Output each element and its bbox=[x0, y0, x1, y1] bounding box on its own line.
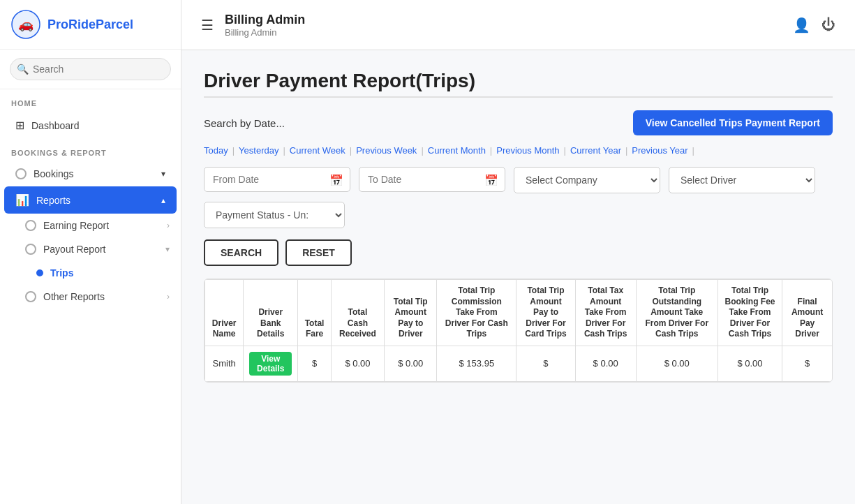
chevron-right-icon: › bbox=[167, 221, 170, 230]
col-booking-fee: Total Trip Booking Fee Take From Driver … bbox=[718, 280, 782, 346]
sidebar-item-other-reports[interactable]: Other Reports › bbox=[0, 285, 181, 309]
topbar-left: ☰ Billing Admin Billing Admin bbox=[201, 13, 305, 38]
sidebar-item-reports[interactable]: 📊 Reports ▴ bbox=[4, 186, 177, 214]
chevron-right-icon: › bbox=[167, 292, 170, 302]
to-date-wrap: 📅 bbox=[359, 167, 505, 193]
cell-tax: $ 0.00 bbox=[575, 346, 636, 381]
sidebar-item-dashboard[interactable]: ⊞ Dashboard bbox=[4, 112, 177, 139]
cell-total-tip: $ 0.00 bbox=[385, 346, 437, 381]
col-driver-name: Driver Name bbox=[205, 280, 244, 346]
search-by-date-label: Search by Date... bbox=[204, 117, 285, 129]
shortcut-current-week[interactable]: Current Week bbox=[290, 145, 345, 156]
search-input[interactable] bbox=[10, 58, 171, 80]
cell-total-fare: $ bbox=[298, 346, 332, 381]
logo-icon: 🚗 bbox=[11, 10, 40, 39]
col-bank-details: Driver Bank Details bbox=[244, 280, 298, 346]
cell-outstanding: $ 0.00 bbox=[636, 346, 718, 381]
topbar-title: Billing Admin bbox=[225, 13, 305, 27]
page-title: Driver Payment Report(Trips) bbox=[204, 70, 833, 92]
payment-status-select[interactable]: Payment Status - Un: Payment Status - Pa… bbox=[204, 202, 345, 228]
sidebar-item-earning-report[interactable]: Earning Report › bbox=[0, 214, 181, 237]
chevron-down-icon: ▾ bbox=[165, 244, 170, 254]
payment-row: Payment Status - Un: Payment Status - Pa… bbox=[204, 202, 833, 228]
sidebar-sub-label: Payout Report bbox=[43, 244, 106, 255]
table-header-row: Driver Name Driver Bank Details Total Fa… bbox=[205, 280, 833, 346]
section-home-label: HOME bbox=[0, 89, 181, 112]
cell-booking-fee: $ 0.00 bbox=[718, 346, 782, 381]
earning-report-icon bbox=[25, 220, 36, 231]
cell-driver-name: Smith bbox=[205, 346, 244, 381]
report-table-wrap: Driver Name Driver Bank Details Total Fa… bbox=[204, 279, 833, 383]
reports-icon: 📊 bbox=[15, 193, 29, 207]
company-select-wrap: Select Company bbox=[514, 167, 660, 193]
col-total-cash: Total Cash Received bbox=[331, 280, 384, 346]
col-commission: Total Trip Commission Take From Driver F… bbox=[437, 280, 516, 346]
shortcut-current-month[interactable]: Current Month bbox=[428, 145, 486, 156]
cell-bank-details[interactable]: View Details bbox=[244, 346, 298, 381]
cell-final: $ bbox=[782, 346, 833, 381]
chevron-up-icon: ▴ bbox=[161, 195, 165, 205]
main-area: ☰ Billing Admin Billing Admin 👤 ⏻ Driver… bbox=[181, 0, 855, 504]
report-table: Driver Name Driver Bank Details Total Fa… bbox=[205, 279, 833, 382]
company-select[interactable]: Select Company bbox=[514, 167, 660, 193]
chevron-down-icon: ▾ bbox=[161, 169, 165, 179]
from-date-input[interactable] bbox=[204, 167, 350, 192]
bookings-icon bbox=[15, 168, 27, 179]
table-row: Smith View Details $ $ 0.00 $ 0.00 $ 153… bbox=[205, 346, 833, 381]
svg-text:🚗: 🚗 bbox=[18, 17, 34, 32]
sidebar-sub-label: Trips bbox=[50, 267, 73, 279]
sidebar-item-label: Bookings bbox=[34, 168, 74, 179]
sidebar-sub-label: Other Reports bbox=[43, 291, 105, 302]
sidebar-item-bookings[interactable]: Bookings ▾ bbox=[4, 161, 177, 186]
from-date-wrap: 📅 bbox=[204, 167, 350, 193]
topbar: ☰ Billing Admin Billing Admin 👤 ⏻ bbox=[181, 0, 855, 50]
cell-commission: $ 153.95 bbox=[437, 346, 516, 381]
cell-card-trips: $ bbox=[516, 346, 575, 381]
search-icon: 🔍 bbox=[17, 64, 29, 75]
logo-text: ProRideParcel bbox=[47, 17, 133, 32]
search-button[interactable]: SEARCH bbox=[204, 239, 278, 266]
trips-dot-icon bbox=[36, 269, 43, 276]
col-tax: Total Tax Amount Take From Driver For Ca… bbox=[575, 280, 636, 346]
topbar-right: 👤 ⏻ bbox=[793, 17, 835, 34]
other-reports-icon bbox=[25, 291, 36, 302]
shortcut-previous-week[interactable]: Previous Week bbox=[356, 145, 417, 156]
action-row: SEARCH RESET bbox=[204, 239, 833, 266]
sidebar-item-label: Dashboard bbox=[31, 120, 80, 131]
payout-report-icon bbox=[25, 244, 36, 255]
col-total-tip: Total Tip Amount Pay to Driver bbox=[385, 280, 437, 346]
title-divider bbox=[204, 96, 833, 98]
topbar-subtitle: Billing Admin bbox=[225, 27, 305, 38]
shortcut-current-year[interactable]: Current Year bbox=[570, 145, 621, 156]
topbar-title-area: Billing Admin Billing Admin bbox=[225, 13, 305, 38]
view-details-badge[interactable]: View Details bbox=[249, 352, 292, 376]
col-total-fare: Total Fare bbox=[298, 280, 332, 346]
to-date-input[interactable] bbox=[359, 167, 505, 192]
col-outstanding: Total Trip Outstanding Amount Take From … bbox=[636, 280, 718, 346]
sidebar: 🚗 ProRideParcel 🔍 HOME ⊞ Dashboard BOOKI… bbox=[0, 0, 181, 504]
col-final: Final Amount Pay Driver bbox=[782, 280, 833, 346]
shortcut-yesterday[interactable]: Yesterday bbox=[239, 145, 278, 156]
sidebar-item-trips[interactable]: Trips bbox=[0, 261, 181, 285]
filter-header-row: Search by Date... View Cancelled Trips P… bbox=[204, 110, 833, 135]
cell-total-cash: $ 0.00 bbox=[331, 346, 384, 381]
menu-icon[interactable]: ☰ bbox=[201, 17, 214, 34]
power-icon[interactable]: ⏻ bbox=[821, 17, 835, 33]
driver-select-wrap: Select Driver bbox=[669, 167, 815, 193]
reset-button[interactable]: RESET bbox=[285, 239, 352, 266]
main-content: Driver Payment Report(Trips) Search by D… bbox=[181, 50, 855, 504]
controls-row: 📅 📅 Select Company Select Driver bbox=[204, 167, 833, 193]
shortcut-today[interactable]: Today bbox=[204, 145, 228, 156]
shortcut-previous-month[interactable]: Previous Month bbox=[496, 145, 559, 156]
dashboard-icon: ⊞ bbox=[15, 119, 24, 132]
shortcut-previous-year[interactable]: Previous Year bbox=[632, 145, 687, 156]
sidebar-item-payout-report[interactable]: Payout Report ▾ bbox=[0, 237, 181, 261]
section-bookings-label: BOOKINGS & REPORT bbox=[0, 139, 181, 161]
view-cancelled-button[interactable]: View Cancelled Trips Payment Report bbox=[633, 110, 833, 135]
logo-area: 🚗 ProRideParcel bbox=[0, 0, 181, 50]
search-area: 🔍 bbox=[0, 50, 181, 89]
driver-select[interactable]: Select Driver bbox=[669, 167, 815, 193]
date-shortcuts-row: Today | Yesterday | Current Week | Previ… bbox=[204, 145, 833, 156]
col-card-trips: Total Trip Amount Pay to Driver For Card… bbox=[516, 280, 575, 346]
user-icon[interactable]: 👤 bbox=[793, 17, 810, 34]
